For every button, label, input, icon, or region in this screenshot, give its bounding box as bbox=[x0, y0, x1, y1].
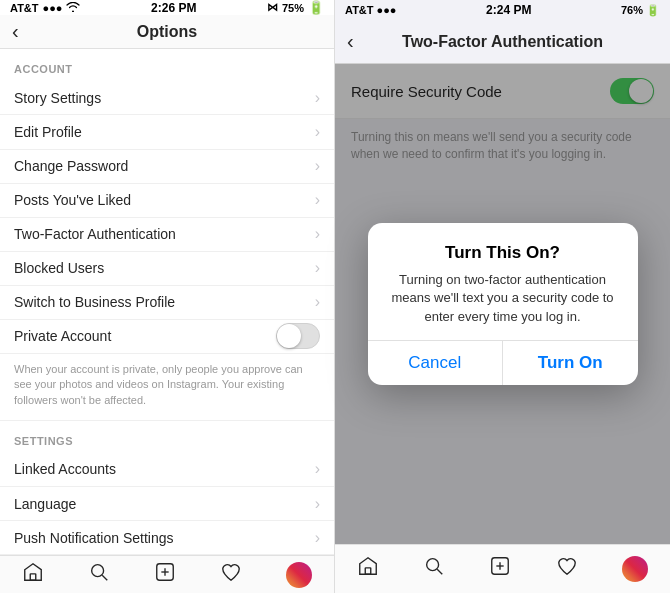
linked-accounts-chevron: › bbox=[315, 460, 320, 478]
toggle-knob bbox=[277, 324, 301, 348]
battery-icon: 🔋 bbox=[308, 0, 324, 15]
settings-section-header: SETTINGS bbox=[0, 421, 334, 453]
left-time: 2:26 PM bbox=[151, 1, 196, 15]
wifi-icon bbox=[66, 2, 80, 14]
story-settings-label: Story Settings bbox=[14, 90, 101, 106]
private-account-row: Private Account bbox=[0, 320, 334, 354]
svg-point-1 bbox=[92, 564, 104, 576]
two-factor-label: Two-Factor Authentication bbox=[14, 226, 176, 242]
right-heart-tab-icon[interactable] bbox=[556, 555, 578, 583]
menu-item-business-profile[interactable]: Switch to Business Profile › bbox=[0, 286, 334, 320]
account-section-header: ACCOUNT bbox=[0, 49, 334, 81]
left-battery-area: ⋈ 75% 🔋 bbox=[267, 0, 324, 15]
svg-rect-0 bbox=[30, 573, 36, 579]
right-back-button[interactable]: ‹ bbox=[347, 30, 354, 53]
right-panel: AT&T ●●● 2:24 PM 76% 🔋 ‹ Two-Factor Auth… bbox=[335, 0, 670, 593]
private-account-label: Private Account bbox=[14, 328, 111, 344]
menu-item-story-settings[interactable]: Story Settings › bbox=[0, 81, 334, 115]
modal-dialog: Turn This On? Turning on two-factor auth… bbox=[368, 223, 638, 385]
left-panel: AT&T ●●● 2:26 PM ⋈ 75% 🔋 ‹ Options ACCOU… bbox=[0, 0, 335, 593]
edit-profile-label: Edit Profile bbox=[14, 124, 82, 140]
modal-title: Turn This On? bbox=[384, 243, 622, 263]
menu-item-edit-profile[interactable]: Edit Profile › bbox=[0, 115, 334, 149]
menu-item-linked-accounts[interactable]: Linked Accounts › bbox=[0, 453, 334, 487]
profile-tab-icon[interactable] bbox=[286, 562, 312, 588]
private-account-toggle[interactable] bbox=[276, 323, 320, 349]
change-password-chevron: › bbox=[315, 157, 320, 175]
right-home-tab-icon[interactable] bbox=[357, 555, 379, 583]
edit-profile-chevron: › bbox=[315, 123, 320, 141]
posts-liked-chevron: › bbox=[315, 191, 320, 209]
left-back-button[interactable]: ‹ bbox=[12, 20, 19, 43]
right-status-bar: AT&T ●●● 2:24 PM 76% 🔋 bbox=[335, 0, 670, 20]
right-battery: 76% 🔋 bbox=[621, 4, 660, 17]
left-tab-bar bbox=[0, 555, 334, 593]
signal-icon: ●●● bbox=[43, 2, 63, 14]
menu-item-blocked-users[interactable]: Blocked Users › bbox=[0, 252, 334, 286]
push-notifications-chevron: › bbox=[315, 529, 320, 547]
carrier-text: AT&T bbox=[10, 2, 39, 14]
right-add-tab-icon[interactable] bbox=[489, 555, 511, 583]
home-tab-icon[interactable] bbox=[22, 561, 44, 589]
push-notifications-label: Push Notification Settings bbox=[14, 530, 174, 546]
modal-description: Turning on two-factor authentication mea… bbox=[384, 271, 622, 326]
modal-body: Turn This On? Turning on two-factor auth… bbox=[368, 223, 638, 340]
right-signal-icon: ●●● bbox=[377, 4, 397, 16]
private-account-description: When your account is private, only peopl… bbox=[0, 354, 334, 421]
left-status-carrier: AT&T ●●● bbox=[10, 2, 80, 14]
heart-tab-icon[interactable] bbox=[220, 561, 242, 589]
menu-item-posts-liked[interactable]: Posts You've Liked › bbox=[0, 184, 334, 218]
right-nav-title: Two-Factor Authentication bbox=[402, 33, 603, 51]
business-profile-chevron: › bbox=[315, 293, 320, 311]
language-chevron: › bbox=[315, 495, 320, 513]
left-nav-title: Options bbox=[137, 23, 197, 41]
add-tab-icon[interactable] bbox=[154, 561, 176, 589]
linked-accounts-label: Linked Accounts bbox=[14, 461, 116, 477]
posts-liked-label: Posts You've Liked bbox=[14, 192, 131, 208]
blocked-users-label: Blocked Users bbox=[14, 260, 104, 276]
left-nav-bar: ‹ Options bbox=[0, 15, 334, 49]
blocked-users-chevron: › bbox=[315, 259, 320, 277]
right-battery-icon: 🔋 bbox=[646, 4, 660, 16]
menu-item-push-notifications[interactable]: Push Notification Settings › bbox=[0, 521, 334, 555]
svg-point-7 bbox=[427, 559, 439, 571]
change-password-label: Change Password bbox=[14, 158, 128, 174]
left-status-bar: AT&T ●●● 2:26 PM ⋈ 75% 🔋 bbox=[0, 0, 334, 15]
svg-rect-6 bbox=[365, 568, 371, 574]
right-profile-tab-icon[interactable] bbox=[622, 556, 648, 582]
right-nav-bar: ‹ Two-Factor Authentication bbox=[335, 20, 670, 64]
turn-on-button[interactable]: Turn On bbox=[503, 341, 638, 385]
svg-line-2 bbox=[102, 575, 107, 580]
menu-item-change-password[interactable]: Change Password › bbox=[0, 150, 334, 184]
right-tab-bar bbox=[335, 544, 670, 593]
right-search-tab-icon[interactable] bbox=[423, 555, 445, 583]
battery-percent: 75% bbox=[282, 2, 304, 14]
cancel-button[interactable]: Cancel bbox=[368, 341, 504, 385]
business-profile-label: Switch to Business Profile bbox=[14, 294, 175, 310]
modal-overlay: Turn This On? Turning on two-factor auth… bbox=[335, 64, 670, 544]
story-settings-chevron: › bbox=[315, 89, 320, 107]
menu-item-two-factor[interactable]: Two-Factor Authentication › bbox=[0, 218, 334, 252]
language-label: Language bbox=[14, 496, 76, 512]
two-factor-chevron: › bbox=[315, 225, 320, 243]
svg-line-8 bbox=[437, 569, 442, 574]
right-time: 2:24 PM bbox=[486, 3, 531, 17]
modal-buttons: Cancel Turn On bbox=[368, 340, 638, 385]
menu-item-language[interactable]: Language › bbox=[0, 487, 334, 521]
search-tab-icon[interactable] bbox=[88, 561, 110, 589]
right-carrier: AT&T ●●● bbox=[345, 4, 397, 16]
bluetooth-icon: ⋈ bbox=[267, 1, 278, 14]
